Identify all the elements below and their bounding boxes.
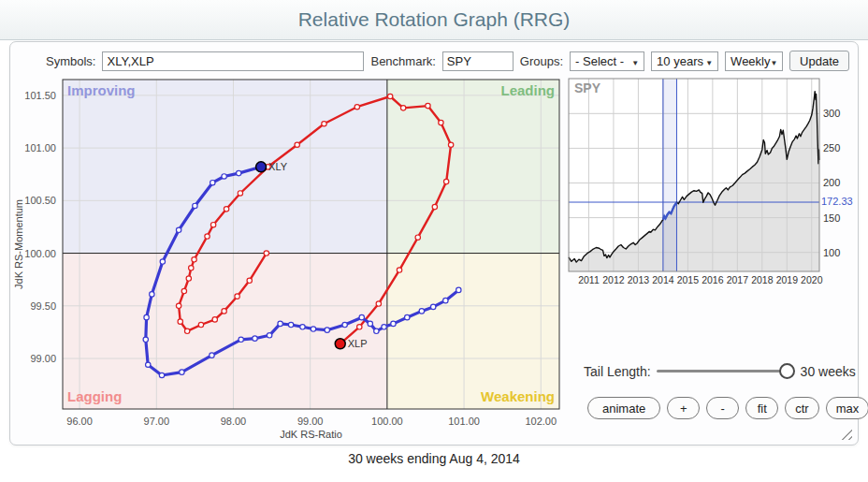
spy-year-tick: 2013 (628, 274, 650, 285)
slider-track[interactable] (657, 370, 792, 372)
highlight-band (663, 79, 677, 271)
spy-chart[interactable]: 100150200250300172.332011201220132014201… (562, 74, 868, 289)
quadrant-lagging (63, 254, 387, 409)
symbols-input[interactable] (102, 51, 364, 71)
period-select-value: 10 years (657, 54, 703, 68)
quadrant-label-leading: Leading (500, 82, 555, 98)
spy-y-tick: 150 (823, 212, 840, 224)
crosshair-value-label: 172.33 (821, 196, 853, 207)
quadrant-label-lagging: Lagging (67, 388, 122, 404)
rrg-y-tick: 101.00 (24, 142, 56, 153)
animate-button[interactable]: animate (587, 397, 660, 419)
spy-year-tick: 2014 (652, 274, 674, 285)
spy-year-tick: 2012 (602, 274, 625, 285)
rrg-x-tick: 98.00 (221, 416, 247, 427)
frequency-select[interactable]: Weekly (725, 51, 783, 71)
rrg-y-tick: 100.50 (24, 195, 56, 206)
tail-length-control: Tail Length: 30 weeks (584, 363, 856, 379)
frequency-select-value: Weekly (731, 54, 770, 68)
quadrant-weakening (387, 254, 559, 409)
xly-head-label: XLY (268, 161, 288, 172)
spy-y-tick: 300 (823, 108, 840, 119)
quadrant-label-improving: Improving (67, 82, 136, 98)
xly-head-marker[interactable] (256, 162, 267, 172)
x-axis-title: JdK RS-Ratio (280, 429, 342, 440)
tail-length-value: 30 weeks (801, 364, 856, 379)
rrg-y-tick: 99.50 (30, 300, 56, 312)
rrg-x-tick: 102.00 (525, 416, 557, 427)
spy-year-tick: 2011 (578, 274, 600, 285)
quadrant-improving (63, 80, 387, 254)
update-button[interactable]: Update (789, 51, 849, 71)
spy-year-tick: 2016 (702, 274, 724, 285)
rrg-x-tick: 100.00 (371, 416, 403, 427)
toolbar: Symbols: Benchmark: Groups: - Select - 1… (10, 51, 858, 71)
max-button[interactable]: max (826, 397, 868, 419)
y-axis-title: JdK RS-Momentum (13, 199, 24, 289)
center-button[interactable]: ctr (785, 397, 818, 419)
groups-select[interactable]: - Select - (570, 51, 644, 71)
main-panel: Symbols: Benchmark: Groups: - Select - 1… (9, 41, 859, 445)
spy-y-tick: 200 (823, 177, 840, 188)
caption: 30 weeks ending Aug 4, 2014 (0, 451, 868, 466)
rrg-chart[interactable]: ImprovingLeadingLaggingWeakening96.0097.… (10, 74, 581, 445)
slider-handle[interactable] (779, 363, 795, 379)
groups-select-value: - Select - (575, 54, 624, 68)
spy-symbol-label: SPY (574, 80, 601, 95)
rrg-x-tick: 97.00 (144, 416, 170, 427)
tail-length-label: Tail Length: (584, 364, 651, 379)
zoom-out-button[interactable]: - (706, 397, 739, 419)
spy-year-tick: 2015 (677, 274, 700, 285)
header: Relative Rotation Graph (RRG) (0, 0, 868, 40)
page-title: Relative Rotation Graph (RRG) (0, 0, 868, 39)
xlp-head-marker[interactable] (335, 339, 345, 349)
fit-button[interactable]: fit (745, 397, 778, 419)
chevron-down-icon (770, 54, 777, 68)
groups-label: Groups: (520, 54, 563, 68)
rrg-y-tick: 99.00 (30, 353, 56, 364)
spy-year-tick: 2017 (727, 274, 749, 285)
rrg-y-tick: 101.50 (24, 90, 56, 101)
symbols-label: Symbols: (46, 54, 95, 68)
chevron-down-icon (705, 54, 713, 68)
spy-year-tick: 2019 (776, 274, 799, 285)
quadrant-label-weakening: Weakening (481, 388, 555, 404)
chart-buttons: animate + - fit ctr max (587, 397, 868, 419)
spy-y-tick: 100 (823, 247, 840, 258)
spy-year-tick: 2018 (751, 274, 774, 285)
xlp-head-label: XLP (348, 338, 368, 349)
spy-year-tick: 2020 (801, 274, 823, 285)
zoom-in-button[interactable]: + (667, 397, 700, 419)
benchmark-input[interactable] (442, 51, 514, 71)
rrg-y-tick: 100.00 (24, 248, 56, 259)
quadrant-leading (387, 80, 559, 254)
rrg-x-tick: 101.00 (448, 416, 480, 427)
rrg-x-tick: 96.00 (66, 416, 93, 427)
chevron-down-icon (631, 54, 639, 68)
period-select[interactable]: 10 years (651, 51, 718, 71)
spy-y-tick: 250 (823, 142, 840, 153)
resize-handle-icon[interactable] (840, 428, 852, 440)
rrg-x-tick: 99.00 (297, 416, 324, 427)
tail-length-slider[interactable] (657, 363, 795, 379)
benchmark-label: Benchmark: (370, 54, 435, 68)
